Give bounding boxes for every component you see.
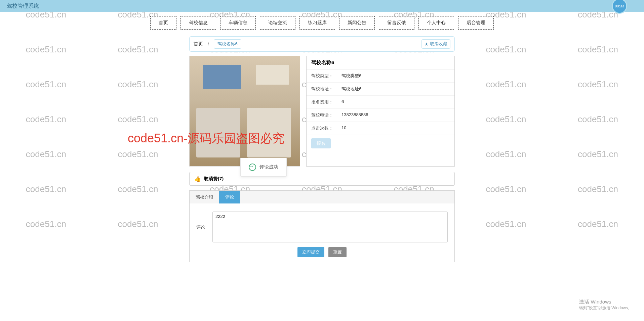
- thumb-icon: 👍: [194, 176, 201, 182]
- info-row-phone: 驾校电话：13823888886: [307, 109, 454, 122]
- nav-school-info[interactable]: 驾校信息: [180, 16, 216, 30]
- info-row-type: 驾校类型：驾校类型6: [307, 70, 454, 83]
- tabs-header: 驾校介绍 评论: [190, 191, 454, 203]
- win-title: 激活 Windows: [579, 299, 632, 305]
- detail-section: 驾校名称6 驾校类型：驾校类型6 驾校地址：驾校地址6 报名费用：6 驾校电话：…: [189, 56, 455, 167]
- star-icon: ★: [425, 42, 429, 47]
- signup-button[interactable]: 报名: [311, 138, 331, 148]
- info-row-address: 驾校地址：驾校地址6: [307, 83, 454, 96]
- tabs-container: 驾校介绍 评论 评论 立即提交 重置: [189, 190, 455, 262]
- nav-vehicle-info[interactable]: 车辆信息: [220, 16, 256, 30]
- nav-feedback[interactable]: 留言反馈: [379, 16, 414, 30]
- collect-label: 取消收藏: [430, 41, 447, 47]
- nav-admin[interactable]: 后台管理: [458, 16, 494, 30]
- breadcrumb-home[interactable]: 首页: [194, 41, 203, 47]
- nav-home[interactable]: 首页: [150, 16, 176, 30]
- info-panel: 驾校名称6 驾校类型：驾校类型6 驾校地址：驾校地址6 报名费用：6 驾校电话：…: [306, 56, 455, 167]
- comment-label: 评论: [196, 212, 208, 230]
- breadcrumb-current: 驾校名称6: [214, 39, 241, 49]
- info-title: 驾校名称6: [307, 56, 454, 70]
- nav-forum[interactable]: 论坛交流: [260, 16, 295, 30]
- nav-news[interactable]: 新闻公告: [339, 16, 375, 30]
- cancel-collect-button[interactable]: ★ 取消收藏: [421, 39, 450, 49]
- main-content: 首页 / 驾校名称6 ★ 取消收藏 驾校名称6 驾校类型：驾校类型6 驾校地址：…: [189, 36, 455, 262]
- info-row-fee: 报名费用：6: [307, 96, 454, 109]
- tab-intro[interactable]: 驾校介绍: [190, 191, 219, 203]
- main-nav: 首页 驾校信息 车辆信息 论坛交流 练习题库 新闻公告 留言反馈 个人中心 后台…: [0, 16, 644, 30]
- win-sub: 转到"设置"以激活 Windows。: [579, 305, 632, 311]
- breadcrumb-sep: /: [208, 41, 209, 47]
- tabs-body: 评论 立即提交 重置: [190, 203, 454, 262]
- success-toast: 评论成功: [240, 158, 287, 177]
- like-bar[interactable]: 👍 取消赞(7): [189, 172, 455, 186]
- submit-button[interactable]: 立即提交: [297, 247, 324, 257]
- tab-comment[interactable]: 评论: [219, 191, 240, 203]
- toast-text: 评论成功: [259, 164, 278, 170]
- app-title: 驾校管理系统: [7, 3, 39, 10]
- nav-exercises[interactable]: 练习题库: [299, 16, 335, 30]
- nav-profile[interactable]: 个人中心: [418, 16, 454, 30]
- info-row-clicks: 点击次数：10: [307, 122, 454, 135]
- smile-icon: [249, 164, 256, 171]
- reset-button[interactable]: 重置: [328, 247, 347, 257]
- like-text: 取消赞(7): [204, 176, 224, 182]
- windows-activation-notice: 激活 Windows 转到"设置"以激活 Windows。: [579, 299, 632, 311]
- school-photo: [189, 56, 300, 167]
- breadcrumb-bar: 首页 / 驾校名称6 ★ 取消收藏: [189, 36, 455, 52]
- app-header: 驾校管理系统: [0, 0, 644, 12]
- comment-textarea[interactable]: [212, 212, 448, 242]
